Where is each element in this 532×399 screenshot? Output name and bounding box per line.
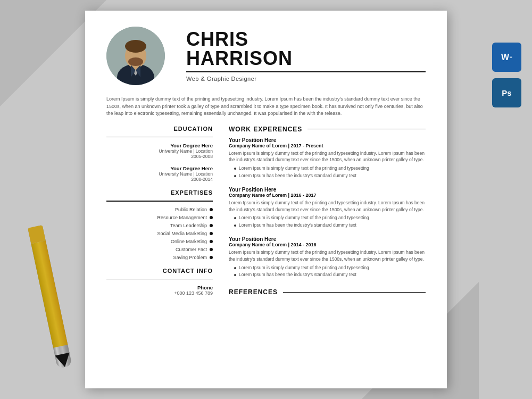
expertise-dot	[210, 216, 213, 219]
bullet-icon	[234, 274, 236, 276]
expertise-dot	[210, 232, 213, 235]
references-divider	[283, 292, 426, 293]
work-entry-1: Your Position Here Company Name of Lorem…	[229, 137, 426, 179]
candidate-name: CHRIS HARRISON	[186, 30, 426, 68]
right-column: WORK EXPERENCES Your Position Here Compa…	[229, 126, 426, 301]
pen-decoration	[28, 225, 72, 369]
expertise-dot	[210, 224, 213, 227]
work-section: WORK EXPERENCES Your Position Here Compa…	[229, 126, 426, 279]
references-header: REFERENCES	[229, 288, 426, 296]
work-entry-2: Your Position Here Company Name of Lorem…	[229, 187, 426, 229]
education-entry-2: Your Degree Here University Name | Locat…	[106, 165, 213, 182]
expertise-item-6: Customer Fact	[106, 247, 213, 252]
contact-phone: Phone +000 123 456 789	[106, 285, 213, 296]
work-bullet-3-2: Lorem Ipsum has been the industry's stan…	[234, 272, 426, 278]
svg-point-5	[128, 57, 143, 66]
education-title: EDUCATION	[106, 126, 213, 134]
bullet-icon	[234, 175, 236, 177]
work-divider	[307, 129, 426, 130]
expertise-item-7: Saving Problem	[106, 255, 213, 260]
header-info: CHRIS HARRISON Web & Graphic Designer	[181, 30, 426, 82]
resume-document: CHRIS HARRISON Web & Graphic Designer Lo…	[85, 11, 447, 388]
contact-section: CONTACT INFO Phone +000 123 456 789	[106, 268, 213, 296]
expertise-dot	[210, 208, 213, 211]
resume-header: CHRIS HARRISON Web & Graphic Designer	[85, 11, 447, 96]
expertise-item-4: Social Media Marketing	[106, 231, 213, 236]
bullet-icon	[234, 168, 236, 170]
expertises-title: EXPERTISES	[106, 189, 213, 197]
expertises-section: EXPERTISES Public Relation Resource Mana…	[106, 189, 213, 260]
bullet-icon	[234, 217, 236, 219]
references-section: REFERENCES	[229, 286, 426, 296]
expertise-item-2: Resource Management	[106, 215, 213, 220]
expertise-dot	[210, 240, 213, 243]
bio-paragraph: Lorem Ipsum is simply dummy text of the …	[85, 96, 447, 126]
resume-body: EDUCATION Your Degree Here University Na…	[85, 126, 447, 301]
contact-title: CONTACT INFO	[106, 268, 213, 276]
svg-point-4	[125, 40, 146, 53]
left-column: EDUCATION Your Degree Here University Na…	[106, 126, 213, 301]
expertise-item-3: Team Leadership	[106, 223, 213, 228]
candidate-title: Web & Graphic Designer	[186, 76, 426, 82]
education-divider	[106, 137, 213, 138]
contact-divider	[106, 279, 213, 280]
work-title: WORK EXPERENCES	[229, 126, 302, 133]
expertise-item-5: Online Marketing	[106, 239, 213, 244]
expertise-dot	[210, 256, 213, 259]
avatar	[106, 27, 165, 85]
expertise-item-1: Public Relation	[106, 207, 213, 212]
education-entry-1: Your Degree Here University Name | Locat…	[106, 143, 213, 159]
work-bullet-2-2: Lorem Ipsum has been the industry's stan…	[234, 222, 426, 229]
expertises-divider	[106, 201, 213, 202]
work-entry-3: Your Position Here Company Name of Lorem…	[229, 236, 426, 278]
work-bullet-1-1: Lorem Ipsum is simply dummy text of the …	[234, 165, 426, 172]
work-bullet-3-1: Lorem Ipsum is simply dummy text of the …	[234, 265, 426, 271]
work-header: WORK EXPERENCES	[229, 126, 426, 133]
bullet-icon	[234, 267, 236, 269]
expertise-dot	[210, 248, 213, 251]
education-section: EDUCATION Your Degree Here University Na…	[106, 126, 213, 182]
photoshop-icon[interactable]: Ps	[492, 78, 521, 107]
references-title: REFERENCES	[229, 288, 278, 296]
work-bullet-1-2: Lorem Ipsum has been the industry's stan…	[234, 173, 426, 179]
app-icons-panel: W≡ Ps	[492, 43, 521, 107]
work-bullet-2-1: Lorem Ipsum is simply dummy text of the …	[234, 215, 426, 221]
name-divider	[186, 71, 426, 72]
bullet-icon	[234, 225, 236, 227]
word-icon[interactable]: W≡	[492, 43, 521, 72]
